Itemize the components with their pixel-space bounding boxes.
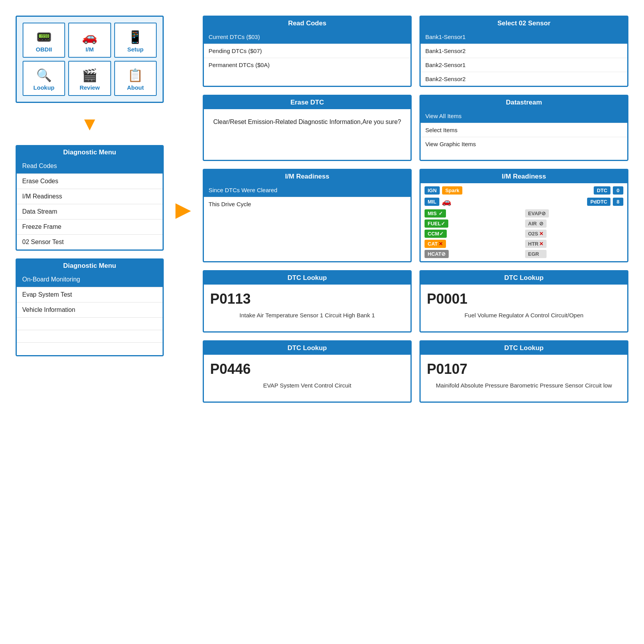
- im-o2s-row: O2S ✕: [525, 230, 624, 238]
- sensor-bank2-sensor1[interactable]: Bank2-Sensor1: [421, 58, 627, 72]
- im-fuel-label: FUEL ✓: [425, 219, 448, 228]
- read-codes-permanent[interactable]: Permanent DTCs ($0A): [204, 58, 410, 72]
- sensor-bank2-sensor2[interactable]: Bank2-Sensor2: [421, 72, 627, 86]
- lookup-icon: 🔍: [36, 68, 52, 83]
- mil-badge: MIL 🚗: [425, 197, 451, 206]
- menu-item-erase-codes[interactable]: Erase Codes: [17, 174, 163, 189]
- row-2: Erase DTC Clear/Reset Emission-Related D…: [203, 95, 628, 161]
- im-since-cleared[interactable]: Since DTCs Were Cleared: [204, 183, 410, 197]
- im-hcat-label: HCAT ⊘: [425, 250, 449, 258]
- menu-item-empty-2: [17, 330, 163, 343]
- about-icon: 📋: [127, 68, 143, 83]
- device-grid: 📟 OBDII 🚗 I/M 📱 Setup 🔍 Lookup 🎬: [23, 23, 157, 96]
- im-evap-label: EVAP ⊘: [525, 209, 549, 218]
- device-item-im[interactable]: 🚗 I/M: [68, 23, 111, 58]
- dtc-code-2: P0001: [427, 291, 621, 307]
- menu-item-empty-1: [17, 318, 163, 330]
- review-icon: 🎬: [82, 68, 97, 83]
- menu-item-vehicle-info[interactable]: Vehicle Information: [17, 303, 163, 318]
- im-mis-label: MIS ✓: [425, 209, 446, 218]
- dtc-lookup-1-header: DTC Lookup: [204, 271, 410, 285]
- dtc-lookup-4-panel: DTC Lookup P0107 Mainifold Absolute Pres…: [419, 340, 628, 403]
- row-5: DTC Lookup P0446 EVAP System Vent Contro…: [203, 340, 628, 403]
- diagnostic-menu-2-header: Diagnostic Menu: [17, 260, 163, 272]
- im-drive-cycle[interactable]: This Drive Cycle: [204, 197, 410, 211]
- read-codes-header: Read Codes: [204, 17, 410, 30]
- device-item-review[interactable]: 🎬 Review: [68, 61, 111, 96]
- im-air-row: AIR ⊘: [525, 219, 624, 228]
- menu-item-im-readiness[interactable]: I/M Readiness: [17, 189, 163, 204]
- im-egr-row: EGR: [525, 250, 624, 258]
- row-4: DTC Lookup P0113 Intake Air Temperature …: [203, 270, 628, 333]
- erase-dtc-header: Erase DTC: [204, 96, 410, 109]
- setup-icon: 📱: [127, 30, 143, 44]
- im-status-grid: MIS ✓ EVAP ⊘ FUEL ✓ AIR ⊘: [425, 209, 623, 258]
- row-1: Read Codes Current DTCs ($03) Pending DT…: [203, 16, 628, 87]
- menu-item-freeze-frame[interactable]: Freeze Frame: [17, 219, 163, 235]
- im-readiness-body: IGN Spark DTC 0 MIL 🚗: [421, 183, 627, 261]
- dtc-lookup-3-panel: DTC Lookup P0446 EVAP System Vent Contro…: [203, 340, 412, 403]
- erase-dtc-panel: Erase DTC Clear/Reset Emission-Related D…: [203, 95, 412, 161]
- sensor-bank1-sensor2[interactable]: Bank1-Sensor2: [421, 44, 627, 58]
- setup-label: Setup: [127, 46, 143, 53]
- im-readiness-right-header: I/M Readiness: [421, 170, 627, 183]
- datastream-panel: Datastream View All Items Select Items V…: [419, 95, 628, 161]
- dtc-desc-2: Fuel Volume Regulator A Control Circuit/…: [427, 311, 621, 320]
- menu-item-evap-system[interactable]: Evap System Test: [17, 287, 163, 303]
- mil-label: MIL: [425, 198, 439, 206]
- im-label: I/M: [86, 46, 94, 53]
- spark-label: Spark: [442, 186, 462, 195]
- datastream-select-items[interactable]: Select Items: [421, 123, 627, 137]
- dtc-lookup-1-body: P0113 Intake Air Temperature Sensor 1 Ci…: [204, 285, 410, 326]
- diagnostic-menu-1-header: Diagnostic Menu: [17, 146, 163, 159]
- arrow-right-main: ▶: [175, 16, 191, 403]
- select-02-sensor-header: Select 02 Sensor: [421, 17, 627, 30]
- main-layout: 📟 OBDII 🚗 I/M 📱 Setup 🔍 Lookup 🎬: [16, 16, 628, 403]
- menu-item-02-sensor[interactable]: 02 Sensor Test: [17, 235, 163, 249]
- dtc-code-3: P0446: [210, 361, 404, 377]
- pddtc-value: 8: [613, 198, 623, 206]
- diagnostic-menu-2: Diagnostic Menu On-Board Monitoring Evap…: [16, 258, 164, 356]
- dtc-label: DTC: [594, 186, 610, 195]
- obdii-icon: 📟: [36, 30, 52, 44]
- datastream-header: Datastream: [421, 96, 627, 109]
- im-o2s-label: O2S ✕: [525, 230, 547, 238]
- pddtc-label: PdDTC: [587, 198, 610, 206]
- menu-item-read-codes[interactable]: Read Codes: [17, 159, 163, 174]
- about-label: About: [127, 84, 144, 91]
- device-item-setup[interactable]: 📱 Setup: [114, 23, 157, 58]
- menu-item-empty-3: [17, 343, 163, 355]
- im-ccm-row: CCM ✓: [425, 230, 523, 238]
- dtc-lookup-2-body: P0001 Fuel Volume Regulator A Control Ci…: [421, 285, 627, 326]
- datastream-view-all[interactable]: View All Items: [421, 109, 627, 123]
- dtc-code-1: P0113: [210, 291, 404, 307]
- dtc-lookup-1-panel: DTC Lookup P0113 Intake Air Temperature …: [203, 270, 412, 333]
- sensor-bank1-sensor1[interactable]: Bank1-Sensor1: [421, 30, 627, 44]
- dtc-lookup-3-header: DTC Lookup: [204, 341, 410, 355]
- lookup-label: Lookup: [34, 84, 55, 91]
- obdii-label: OBDII: [36, 46, 52, 53]
- im-cat-label: CAT ✕: [425, 240, 446, 248]
- im-mil-row: MIL 🚗 PdDTC 8: [425, 197, 623, 206]
- im-air-label: AIR ⊘: [525, 219, 547, 228]
- read-codes-current[interactable]: Current DTCs ($03): [204, 30, 410, 44]
- device-item-lookup[interactable]: 🔍 Lookup: [23, 61, 65, 96]
- pddtc-badge: PdDTC 8: [587, 198, 623, 206]
- row-3: I/M Readiness Since DTCs Were Cleared Th…: [203, 169, 628, 262]
- dtc-lookup-3-body: P0446 EVAP System Vent Control Circuit: [204, 355, 410, 396]
- dtc-desc-4: Mainifold Absolute Pressure Barometric P…: [427, 381, 621, 390]
- dtc-desc-3: EVAP System Vent Control Circuit: [210, 381, 404, 390]
- dtc-lookup-2-header: DTC Lookup: [421, 271, 627, 285]
- datastream-view-graphic[interactable]: View Graphic Items: [421, 137, 627, 151]
- menu-item-data-stream[interactable]: Data Stream: [17, 204, 163, 219]
- select-02-sensor-panel: Select 02 Sensor Bank1-Sensor1 Bank1-Sen…: [419, 16, 628, 87]
- im-htr-row: HTR ✕: [525, 240, 624, 248]
- dtc-badge: DTC 0: [594, 186, 623, 195]
- im-mis-row: MIS ✓: [425, 209, 523, 218]
- device-item-about[interactable]: 📋 About: [114, 61, 157, 96]
- read-codes-pending[interactable]: Pending DTCs ($07): [204, 44, 410, 58]
- device-item-obdii[interactable]: 📟 OBDII: [23, 23, 65, 58]
- im-cat-row: CAT ✕: [425, 240, 523, 248]
- menu-item-on-board[interactable]: On-Board Monitoring: [17, 272, 163, 287]
- diagnostic-menu-1: Diagnostic Menu Read Codes Erase Codes I…: [16, 145, 164, 251]
